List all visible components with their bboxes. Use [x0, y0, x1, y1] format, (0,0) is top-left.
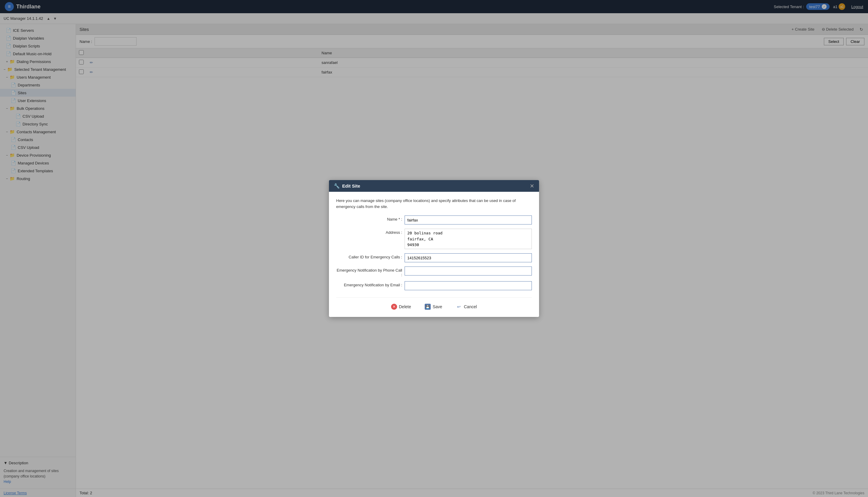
name-field-row: Name * :: [336, 215, 532, 225]
modal-actions: ✕ Delete 💾 Save ↩ Cancel: [336, 297, 532, 311]
caller-id-field[interactable]: [404, 253, 532, 262]
address-field[interactable]: 20 bolinas road fairfax, CA 94930: [404, 229, 532, 249]
modal-title: Edit Site: [342, 183, 360, 188]
emergency-email-field-row: Emergency Notification by Email :: [336, 281, 532, 290]
modal-body: Here you can manage sites (company offic…: [329, 192, 539, 317]
caller-id-field-label: Caller ID for Emergency Calls :: [336, 253, 402, 259]
edit-site-modal: 🔧 Edit Site ✕ Here you can manage sites …: [329, 180, 539, 317]
emergency-email-field[interactable]: [404, 281, 532, 290]
delete-icon: ✕: [391, 304, 397, 310]
modal-close-button[interactable]: ✕: [530, 183, 534, 189]
save-button[interactable]: 💾 Save: [422, 302, 444, 311]
save-label: Save: [432, 304, 442, 309]
name-field[interactable]: [404, 215, 532, 225]
cancel-label: Cancel: [464, 304, 477, 309]
address-field-label: Address :: [336, 229, 402, 235]
modal-overlay: 🔧 Edit Site ✕ Here you can manage sites …: [0, 0, 868, 497]
modal-header: 🔧 Edit Site ✕: [329, 180, 539, 192]
modal-header-icon: 🔧: [334, 183, 340, 189]
cancel-button[interactable]: ↩ Cancel: [454, 302, 479, 311]
delete-button[interactable]: ✕ Delete: [389, 302, 413, 311]
emergency-phone-field[interactable]: [404, 267, 532, 275]
caller-id-field-row: Caller ID for Emergency Calls :: [336, 253, 532, 262]
address-field-row: Address : 20 bolinas road fairfax, CA 94…: [336, 229, 532, 249]
emergency-phone-field-label: Emergency Notification by Phone Call :: [336, 267, 402, 277]
emergency-phone-field-row: Emergency Notification by Phone Call :: [336, 267, 532, 277]
name-field-label: Name * :: [336, 215, 402, 222]
emergency-email-field-label: Emergency Notification by Email :: [336, 281, 402, 287]
delete-label: Delete: [399, 304, 411, 309]
cancel-icon: ↩: [456, 304, 462, 310]
save-icon: 💾: [425, 304, 431, 310]
modal-description: Here you can manage sites (company offic…: [336, 198, 532, 210]
